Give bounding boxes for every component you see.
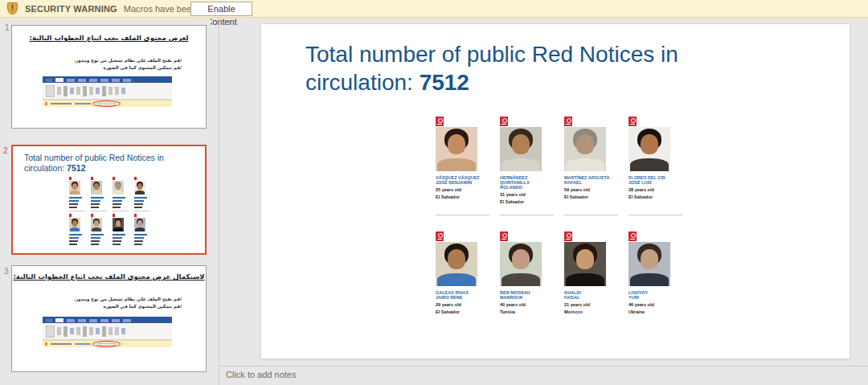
- person-name: VÁSQUEZ VÁSQUEZJOSÉ BENJAMÍN25 years old…: [436, 175, 490, 199]
- mini-person-card: [113, 214, 134, 251]
- person-photo: [500, 127, 542, 171]
- security-warning-label: SECURITY WARNING: [25, 4, 117, 14]
- person-photo: [436, 242, 477, 286]
- person-name: BEN MOSBAHMABROUK40 years oldTunisia: [500, 290, 555, 314]
- person-country: Tunisia: [500, 309, 555, 314]
- slide-3-arabic-instructions: /قم بفتح الملف على نظام تشغيل من نوع وين…: [12, 296, 206, 310]
- slide-3-thumbnail[interactable]: لاستكمال عرض محتوى الملف يجب اتباع الخطو…: [11, 265, 207, 372]
- interpol-red-notice-icon: [436, 231, 444, 241]
- mini-person-card: [113, 177, 134, 214]
- enable-content-highlight-oval: [92, 100, 121, 107]
- person-country: Ukraine: [628, 309, 683, 314]
- slide-1-number: 1: [5, 23, 10, 32]
- slide-title[interactable]: Total number of public Red Notices in ci…: [305, 40, 820, 96]
- person-card: LISOVOYYURI46 years oldUkraine: [628, 231, 693, 346]
- notes-divider: [219, 366, 868, 367]
- person-age: 31 years old: [500, 192, 555, 197]
- person-country: El Salvador: [564, 195, 619, 199]
- interpol-red-notice-icon: [564, 117, 572, 126]
- mini-person-card: [134, 214, 156, 251]
- enable-content-highlight-oval: [92, 341, 121, 347]
- person-card: MARTÍNEZ ARGUETARAFAEL59 years oldEl Sal…: [564, 117, 628, 231]
- slide-2-mini-card-grid: [69, 177, 156, 251]
- notes-placeholder[interactable]: Click to add notes: [226, 370, 296, 379]
- mini-warning-bar: [43, 340, 172, 347]
- person-name: FLORES DEL CIDJOSÉ LUIS28 years oldEl Sa…: [628, 175, 683, 199]
- person-age: 25 years old: [436, 187, 490, 192]
- person-card: HERNÁNDEZQUINTANILLAROLANDO31 years oldE…: [500, 117, 564, 231]
- interpol-red-notice-icon: [500, 231, 508, 241]
- person-name: KHALDIFAISAL21 years oldMorocco: [564, 290, 619, 314]
- person-photo: [628, 242, 670, 286]
- slide-2-number: 2: [3, 146, 8, 155]
- person-photo: [564, 242, 606, 286]
- person-name: GALEAS RIVASJAIRO RENE29 years oldEl Sal…: [436, 290, 490, 314]
- mini-ribbon-titlebar: [43, 317, 172, 323]
- mini-person-card: [69, 214, 91, 251]
- person-country: El Salvador: [436, 309, 490, 314]
- mini-ribbon-body: [43, 323, 172, 340]
- slide-3-arabic-title: لاستكمال عرض محتوى الملف يجب اتباع الخطو…: [12, 272, 206, 281]
- slide-2-thumbnail-selected[interactable]: Total number of public Red Notices in ci…: [11, 145, 207, 255]
- person-photo: [628, 127, 670, 171]
- person-name: MARTÍNEZ ARGUETARAFAEL59 years oldEl Sal…: [564, 175, 619, 199]
- interpol-red-notice-icon: [628, 231, 637, 241]
- red-notice-grid: VÁSQUEZ VÁSQUEZJOSÉ BENJAMÍN25 years old…: [436, 117, 693, 346]
- mini-person-card: [91, 214, 113, 251]
- person-age: 59 years old: [564, 187, 619, 192]
- slide-thumbnail-panel: 1 لعرض محتوى الملف يجب اتباع الخطوات الت…: [0, 18, 211, 385]
- person-country: El Salvador: [500, 199, 555, 204]
- mini-warning-bar: [43, 100, 172, 107]
- person-photo: [500, 242, 542, 286]
- embedded-ribbon-screenshot: [43, 76, 172, 107]
- person-photo: [436, 127, 477, 171]
- slide-1-arabic-title: لعرض محتوى الملف يجب اتباع الخطوات التال…: [12, 34, 206, 42]
- mini-person-card: [134, 177, 156, 214]
- security-warning-bar: ! SECURITY WARNING Macros have been disa…: [0, 0, 868, 18]
- interpol-red-notice-icon: [564, 231, 572, 241]
- person-card: KHALDIFAISAL21 years oldMorocco: [564, 231, 628, 346]
- card-separator: [564, 215, 618, 215]
- person-country: El Salvador: [436, 195, 490, 199]
- mini-ribbon-body: [43, 83, 172, 100]
- slide-3-number: 3: [4, 267, 9, 276]
- person-country: El Salvador: [628, 195, 683, 199]
- card-separator: [628, 215, 682, 215]
- red-notice-count: 7512: [420, 70, 469, 95]
- person-age: 28 years old: [628, 187, 683, 192]
- person-country: Morocco: [564, 309, 619, 314]
- person-card: GALEAS RIVASJAIRO RENE29 years oldEl Sal…: [436, 231, 500, 346]
- embedded-ribbon-screenshot: [43, 317, 172, 347]
- slide-2-mini-title: Total number of public Red Notices in ci…: [24, 153, 194, 173]
- slide-1-thumbnail[interactable]: لعرض محتوى الملف يجب اتباع الخطوات التال…: [11, 25, 207, 129]
- person-age: 46 years old: [628, 302, 683, 307]
- enable-content-button[interactable]: Enable Content: [190, 2, 252, 16]
- person-age: 40 years old: [500, 302, 555, 307]
- shield-warning-icon: !: [7, 2, 18, 14]
- mini-person-card: [91, 177, 113, 214]
- mini-person-card: [69, 177, 91, 214]
- interpol-red-notice-icon: [436, 117, 444, 126]
- person-card: VÁSQUEZ VÁSQUEZJOSÉ BENJAMÍN25 years old…: [436, 117, 500, 231]
- person-age: 21 years old: [564, 302, 619, 307]
- interpol-red-notice-icon: [500, 117, 508, 126]
- person-name: HERNÁNDEZQUINTANILLAROLANDO31 years oldE…: [500, 175, 555, 204]
- slide-1-arabic-instructions: /قم بفتح الملف على نظام تشغيل من نوع وين…: [12, 57, 206, 72]
- person-name: LISOVOYYURI46 years oldUkraine: [628, 290, 683, 314]
- card-separator: [500, 215, 554, 215]
- slide-canvas[interactable]: Total number of public Red Notices in ci…: [261, 24, 850, 358]
- mini-ribbon-titlebar: [43, 76, 172, 83]
- person-photo: [564, 127, 606, 171]
- interpol-red-notice-icon: [628, 117, 637, 126]
- panel-divider: [219, 18, 219, 385]
- person-age: 29 years old: [436, 302, 490, 307]
- person-card: BEN MOSBAHMABROUK40 years oldTunisia: [500, 231, 564, 346]
- person-card: FLORES DEL CIDJOSÉ LUIS28 years oldEl Sa…: [628, 117, 693, 231]
- card-separator: [436, 215, 489, 215]
